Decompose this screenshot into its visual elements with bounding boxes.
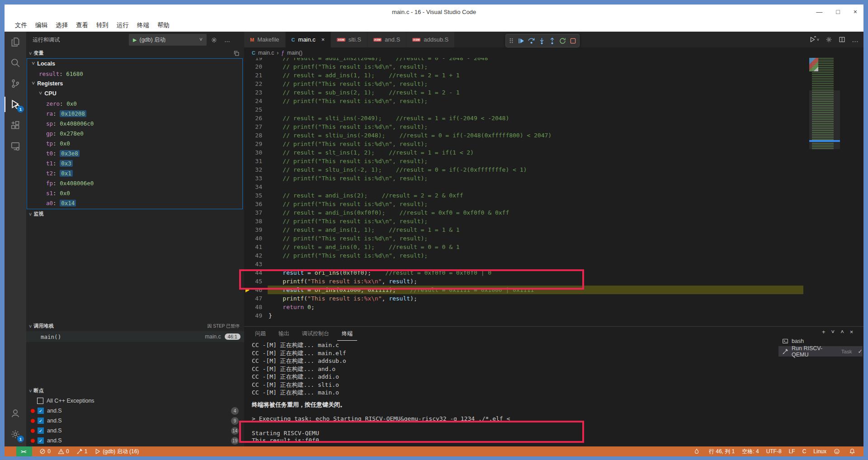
tab-and.S[interactable]: ASMand.S — [368, 32, 406, 47]
line-number[interactable]: 23 — [244, 88, 269, 97]
line-number[interactable]: 24 — [244, 97, 269, 105]
code-line-25[interactable]: 25 — [244, 105, 863, 114]
variables-group[interactable]: ˅CPU — [27, 89, 242, 99]
checkbox-checked[interactable]: ✓ — [38, 408, 44, 414]
more-actions-icon[interactable]: … — [852, 36, 859, 43]
minimize-button[interactable]: — — [816, 8, 822, 15]
gear-icon[interactable] — [826, 36, 832, 43]
more-actions-icon[interactable]: … — [224, 37, 230, 43]
line-number[interactable]: 36 — [244, 200, 269, 208]
menu-item[interactable]: 编辑 — [31, 20, 52, 31]
line-number[interactable]: 29 — [244, 140, 269, 148]
line-number[interactable]: 33 — [244, 174, 269, 183]
status-warnings[interactable]: 0 — [58, 446, 69, 456]
status-remote-indicator[interactable]: >< — [16, 446, 32, 456]
menu-item[interactable]: 运行 — [113, 20, 133, 31]
checkbox-checked[interactable]: ✓ — [38, 418, 44, 424]
status-running-tasks[interactable]: 1 — [76, 446, 88, 456]
code-line-49[interactable]: 49} — [244, 311, 863, 320]
checkbox-checked[interactable]: ✓ — [38, 427, 44, 434]
step-into-icon[interactable] — [538, 37, 546, 45]
breakpoint-row[interactable]: ✓and.S19 — [26, 436, 244, 446]
panel-tab-调试控制台[interactable]: 调试控制台 — [297, 327, 334, 341]
variable-row[interactable]: fp: 0x408006e0 — [27, 178, 242, 188]
debug-config-dropdown[interactable]: ▶ (gdb) 启动 ˅ — [129, 34, 207, 46]
variable-row[interactable]: sp: 0x408006c0 — [27, 118, 242, 128]
variable-row[interactable]: t0: 0x3e8 — [27, 148, 242, 158]
line-number[interactable]: 38 — [244, 217, 269, 225]
breakpoint-row[interactable]: ✓and.S14 — [26, 426, 244, 436]
run-or-debug-icon[interactable]: ˅ — [809, 36, 819, 43]
activity-extensions[interactable] — [5, 115, 26, 136]
code-line-22[interactable]: 22 // printf("This result is:%d\n", resu… — [244, 80, 863, 88]
menu-item[interactable]: 查看 — [72, 20, 92, 31]
code-line-42[interactable]: 42 // printf("This result is:%d\n", resu… — [244, 251, 863, 260]
code-line-21[interactable]: 21 // result = add_ins(1, 1); //result =… — [244, 71, 863, 80]
code-line-45[interactable]: 45 printf("This result is:%x\n", result)… — [244, 277, 863, 286]
tab-addsub.S[interactable]: ASMaddsub.S — [406, 32, 455, 47]
line-number[interactable]: 44 — [244, 268, 269, 277]
line-number[interactable]: 26 — [244, 114, 269, 122]
line-number[interactable]: 28 — [244, 131, 269, 140]
variables-group[interactable]: ˅Registers — [27, 79, 242, 89]
line-number[interactable]: 47 — [244, 294, 269, 303]
restart-icon[interactable] — [559, 37, 566, 45]
variable-row[interactable]: gp: 0x278e0 — [27, 128, 242, 138]
activity-accounts[interactable] — [5, 403, 26, 424]
line-number[interactable]: 40 — [244, 234, 269, 243]
line-number[interactable]: 48 — [244, 303, 269, 311]
checkbox-checked[interactable]: ✓ — [38, 437, 44, 444]
code-line-31[interactable]: 31 // printf("This result is:%d\n", resu… — [244, 157, 863, 165]
line-number[interactable]: 45 — [244, 277, 269, 286]
step-out-icon[interactable] — [548, 37, 556, 45]
minimap[interactable] — [809, 58, 840, 149]
line-number[interactable]: 25 — [244, 105, 269, 114]
line-number[interactable]: 49 — [244, 311, 269, 320]
code-line-38[interactable]: 38 // printf("This result is:%x\n", resu… — [244, 217, 863, 225]
code-line-24[interactable]: 24 // printf("This result is:%d\n", resu… — [244, 97, 863, 105]
code-line-33[interactable]: 33 // printf("This result is:%d\n", resu… — [244, 174, 863, 183]
breakpoint-row[interactable]: ✓and.S9 — [26, 416, 244, 426]
section-call-stack[interactable]: ˅ 调用堆栈 因 STEP 已暂停 — [26, 321, 244, 331]
code-line-29[interactable]: 29 // printf("This result is:%d\n", resu… — [244, 140, 863, 148]
code-line-26[interactable]: 26 // result = slti_ins(-2049); //result… — [244, 114, 863, 122]
code-line-39[interactable]: 39 // result = and_ins(1, 1); //result =… — [244, 225, 863, 234]
variables-group[interactable]: ˅Locals — [27, 59, 242, 69]
status-eol[interactable]: LF — [789, 446, 795, 456]
activity-run-and-debug[interactable]: 1 — [5, 94, 26, 115]
menu-item[interactable]: 文件 — [11, 20, 31, 31]
close-panel-icon[interactable]: × — [850, 329, 854, 335]
start-debug-icon[interactable]: ▶ — [133, 37, 137, 43]
status-os[interactable]: Linux — [813, 446, 826, 456]
code-line-47[interactable]: 47 printf("This result is:%x\n", result)… — [244, 294, 863, 303]
activity-explorer[interactable] — [5, 32, 26, 52]
code-line-40[interactable]: 40 // printf("This result is:%d\n", resu… — [244, 234, 863, 243]
group-values-icon[interactable] — [233, 50, 240, 56]
status-encoding[interactable]: UTF-8 — [766, 446, 782, 456]
code-line-35[interactable]: 35 // result = andi_ins(2); //result = 2… — [244, 191, 863, 200]
line-number[interactable]: 19 — [244, 58, 269, 62]
line-number[interactable]: 37 — [244, 208, 269, 217]
variable-row[interactable]: ra: 0x10208 — [27, 108, 242, 118]
close-button[interactable]: × — [854, 8, 857, 15]
line-number[interactable]: 39 — [244, 225, 269, 234]
status-indentation[interactable]: 空格: 4 — [742, 446, 759, 456]
stop-icon[interactable] — [569, 37, 577, 45]
terminal-session-Run RISCV-QEMU[interactable]: Run RISCV-QEMUTask✓ — [778, 346, 863, 357]
code-line-27[interactable]: 27 // printf("This result is:%d\n", resu… — [244, 122, 863, 131]
code-line-46[interactable]: 46 result = or_ins(0x1000, 0x1111); //re… — [244, 286, 863, 294]
variable-row[interactable]: t1: 0x3 — [27, 158, 242, 168]
debug-settings-gear-icon[interactable] — [211, 37, 217, 43]
tab-slti.S[interactable]: ASMslti.S — [331, 32, 367, 47]
section-watch[interactable]: ˅ 监视 — [26, 209, 244, 219]
variable-row[interactable]: zero: 0x0 — [27, 99, 242, 108]
section-variables[interactable]: ˅ 变量 — [26, 48, 244, 58]
status-language[interactable]: C — [802, 446, 807, 456]
step-over-icon[interactable] — [528, 37, 535, 45]
line-number[interactable]: 22 — [244, 80, 269, 88]
line-number[interactable]: 42 — [244, 251, 269, 260]
chevron-down-icon[interactable]: ˅ — [831, 329, 835, 335]
line-number[interactable]: 41 — [244, 243, 269, 251]
tab-main.c[interactable]: Cmain.c× — [286, 32, 331, 47]
code-line-30[interactable]: 30 // result = slt_ins(1, 2); //result =… — [244, 148, 863, 157]
